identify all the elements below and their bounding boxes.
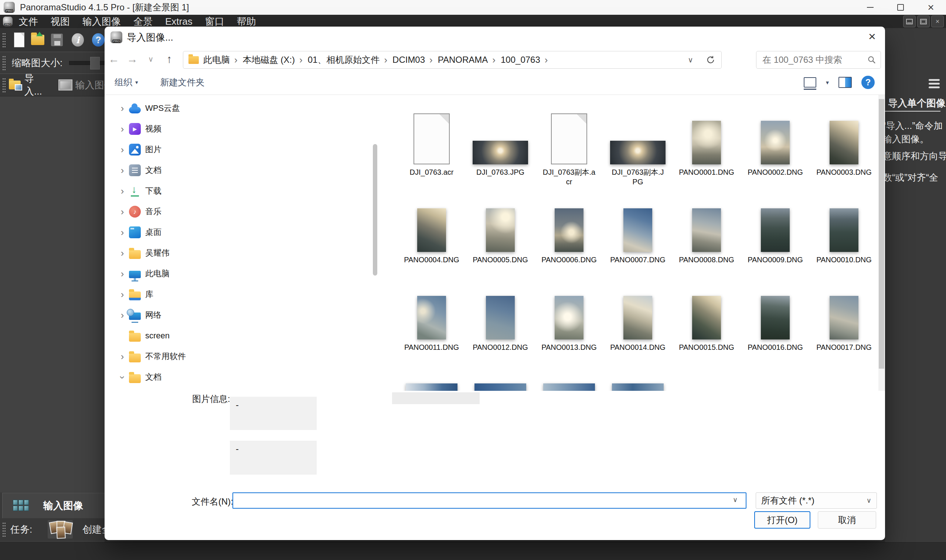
chevron-right-icon[interactable]	[116, 123, 129, 135]
import-grip-handle[interactable]	[2, 78, 6, 92]
recent-locations-button[interactable]	[142, 51, 160, 68]
organize-button[interactable]: 组织	[114, 77, 138, 88]
file-item[interactable]: PANO0012.DNG	[466, 274, 535, 362]
address-dropdown-icon[interactable]	[681, 55, 700, 64]
up-button[interactable]	[160, 51, 179, 68]
breadcrumb-current-folder[interactable]: 100_0763	[496, 54, 548, 66]
close-button[interactable]: ×	[916, 0, 946, 15]
chevron-right-icon[interactable]	[116, 206, 129, 218]
save-icon[interactable]	[51, 34, 63, 46]
search-icon[interactable]	[867, 55, 876, 64]
chevron-right-icon[interactable]	[116, 268, 129, 280]
import-images-icon[interactable]	[9, 80, 21, 89]
sidebar-item-pictures[interactable]: 图片	[105, 139, 380, 160]
menu-item-window[interactable]: 窗口	[199, 15, 231, 28]
refresh-icon[interactable]	[700, 55, 721, 65]
sidebar-item-uncommon-software[interactable]: 不常用软件	[105, 346, 380, 367]
file-item[interactable]: PANO0013.DNG	[535, 274, 604, 362]
file-item[interactable]: PANO0014.DNG	[604, 274, 672, 362]
menu-item-panorama[interactable]: 全景	[127, 15, 159, 28]
thumbnail-grip-handle[interactable]	[2, 55, 6, 70]
sidebar-item-music[interactable]: 音乐	[105, 201, 380, 222]
hamburger-menu-icon[interactable]	[929, 79, 940, 90]
slider-thumb[interactable]	[90, 57, 100, 69]
file-item[interactable]: PANO0005.DNG	[466, 186, 535, 274]
sidebar-item-network[interactable]: 网络	[105, 305, 380, 325]
help-icon[interactable]	[92, 33, 105, 46]
file-item[interactable]: PANO0015.DNG	[672, 274, 741, 362]
info-icon[interactable]	[72, 33, 84, 46]
mdi-close-button[interactable]: ×	[931, 15, 944, 27]
breadcrumb-panorama[interactable]: PANORAMA	[433, 54, 496, 66]
breadcrumb-camera-raw[interactable]: 01、相机原始文件	[304, 54, 388, 66]
chevron-right-icon[interactable]	[116, 165, 129, 176]
forward-button[interactable]	[123, 51, 142, 68]
file-item[interactable]: PANO0009.DNG	[741, 186, 810, 274]
file-item[interactable]: PANO0007.DNG	[604, 186, 672, 274]
chevron-right-icon[interactable]	[116, 248, 129, 259]
file-list-scrollbar-thumb[interactable]	[879, 99, 884, 369]
restore-button[interactable]	[885, 0, 916, 15]
new-folder-button[interactable]: 新建文件夹	[160, 77, 205, 88]
dialog-help-icon[interactable]	[861, 76, 875, 89]
sidebar-item-documents-folder[interactable]: 文档	[105, 367, 380, 388]
filename-input[interactable]	[233, 492, 746, 509]
menu-item-view[interactable]: 视图	[44, 15, 76, 28]
import-button[interactable]: 导入...	[25, 72, 42, 98]
chevron-right-icon[interactable]	[116, 185, 129, 197]
tree-scrollbar[interactable]	[373, 144, 377, 275]
file-item[interactable]: PANO0001.DNG	[672, 99, 741, 186]
breadcrumb-this-pc[interactable]: 此电脑	[199, 54, 238, 66]
open-button[interactable]: 打开(O)	[754, 511, 810, 529]
sidebar-item-partial[interactable]	[105, 388, 380, 391]
cancel-button[interactable]: 取消	[818, 511, 876, 529]
view-mode-icon[interactable]	[804, 77, 816, 88]
breadcrumb-dcim[interactable]: DCIM03	[388, 54, 433, 66]
file-item[interactable]: PANO0010.DNG	[810, 186, 878, 274]
file-item[interactable]: PANO0002.DNG	[741, 99, 810, 186]
sidebar-item-screen[interactable]: screen	[105, 325, 380, 346]
input-images-section-bar[interactable]: 输入图像	[2, 493, 105, 518]
file-item[interactable]: DJI_0763副本.JPG	[604, 99, 672, 186]
file-item[interactable]: PANO0004.DNG	[397, 186, 466, 274]
sidebar-item-downloads[interactable]: 下载	[105, 181, 380, 201]
mdi-restore-button[interactable]	[917, 15, 930, 27]
preview-pane-icon[interactable]	[838, 77, 852, 88]
file-item[interactable]: PANO0016.DNG	[741, 274, 810, 362]
search-box[interactable]	[756, 51, 881, 69]
menu-item-help[interactable]: 帮助	[231, 15, 262, 28]
file-item[interactable]: PANO0017.DNG	[810, 274, 878, 362]
menu-item-input-images[interactable]: 输入图像	[76, 15, 127, 28]
file-item[interactable]	[466, 362, 535, 391]
mdi-minimize-button[interactable]	[903, 15, 916, 27]
view-mode-caret-icon[interactable]	[826, 79, 829, 86]
new-project-icon[interactable]	[14, 32, 25, 47]
menu-item-file[interactable]: 文件	[12, 15, 44, 28]
filename-dropdown-icon[interactable]	[733, 496, 738, 504]
file-item[interactable]	[535, 362, 604, 391]
sidebar-item-wps-cloud[interactable]: WPS云盘	[105, 98, 380, 118]
task-name[interactable]: 创建全	[82, 523, 105, 536]
dialog-close-button[interactable]	[864, 28, 881, 44]
sidebar-item-documents[interactable]: 文档	[105, 160, 380, 181]
file-item[interactable]: DJI_0763.acr	[397, 99, 466, 186]
file-item[interactable]: DJI_0763.JPG	[466, 99, 535, 186]
chevron-right-icon[interactable]	[116, 289, 129, 300]
sidebar-item-desktop[interactable]: 桌面	[105, 222, 380, 243]
menu-item-extras[interactable]: Extras	[159, 16, 199, 27]
chevron-down-ic on[interactable]	[116, 372, 129, 383]
sidebar-item-this-pc[interactable]: 此电脑	[105, 263, 380, 284]
file-item[interactable]: PANO0011.DNG	[397, 274, 466, 362]
back-button[interactable]	[105, 51, 123, 68]
create-panorama-icon[interactable]	[48, 520, 73, 538]
chevron-right-icon[interactable]	[116, 351, 129, 362]
filetype-select[interactable]: 所有文件 (*.*)	[756, 492, 877, 509]
sidebar-item-user-folder[interactable]: 吴耀伟	[105, 243, 380, 263]
thumbnail-size-slider[interactable]	[69, 61, 105, 65]
file-item[interactable]: DJI_0763副本.acr	[535, 99, 604, 186]
task-grip-handle[interactable]	[2, 522, 6, 537]
file-item[interactable]	[604, 362, 672, 391]
address-bar[interactable]: 此电脑 本地磁盘 (X:) 01、相机原始文件 DCIM03 PANORAMA …	[183, 51, 722, 69]
open-project-icon[interactable]	[31, 35, 44, 45]
dialog-header[interactable]: 导入图像...	[105, 26, 885, 48]
